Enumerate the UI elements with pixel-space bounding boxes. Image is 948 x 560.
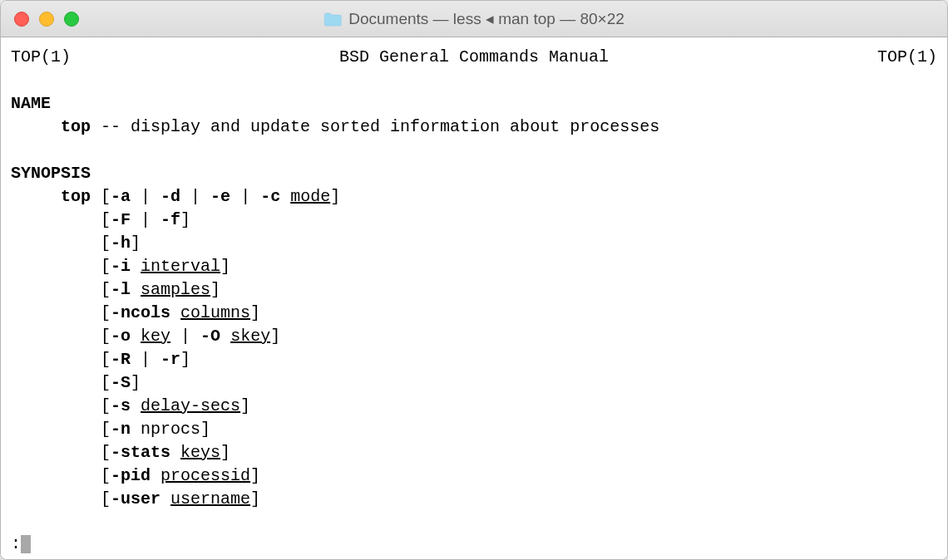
option-flag: -s — [111, 396, 131, 415]
option-flag: -O — [200, 327, 220, 346]
option-flag: -d — [160, 187, 180, 206]
synopsis-line: [-pid processid] — [11, 464, 937, 488]
header-center: BSD General Commands Manual — [339, 46, 609, 69]
synopsis-line: [-n nprocs] — [11, 418, 937, 441]
option-flag: -S — [111, 373, 131, 392]
option-arg: interval — [141, 257, 220, 276]
option-flag: -stats — [111, 443, 170, 462]
synopsis-line: [-stats keys] — [11, 441, 937, 464]
terminal-window: Documents — less ◂ man top — 80×22 TOP(1… — [0, 0, 948, 560]
synopsis-cmd: top — [61, 187, 91, 206]
option-flag: -n — [111, 420, 131, 439]
option-flag: -F — [111, 210, 131, 229]
less-prompt[interactable]: : — [11, 533, 31, 556]
synopsis-line: [-user username] — [11, 488, 937, 511]
synopsis-line: [-R | -r] — [11, 348, 937, 371]
option-flag: -c — [260, 187, 280, 206]
traffic-lights — [14, 12, 79, 27]
maximize-button[interactable] — [64, 12, 79, 27]
cursor — [21, 535, 31, 553]
option-arg: mode — [290, 187, 330, 206]
option-flag: -ncols — [111, 303, 170, 322]
titlebar[interactable]: Documents — less ◂ man top — 80×22 — [1, 1, 947, 37]
synopsis-line: [-s delay-secs] — [11, 395, 937, 418]
synopsis-line: [-S] — [11, 371, 937, 395]
synopsis-line: top [-a | -d | -e | -c mode] — [11, 185, 937, 209]
option-flag: -a — [111, 187, 131, 206]
synopsis-line: [-h] — [11, 232, 937, 255]
option-flag: -f — [160, 210, 180, 229]
name-cmd: top — [61, 117, 91, 136]
option-flag: -r — [160, 350, 180, 369]
synopsis-line: [-F | -f] — [11, 209, 937, 232]
header-left: TOP(1) — [11, 46, 71, 69]
option-arg: processid — [160, 466, 250, 485]
synopsis-line: [-o key | -O skey] — [11, 325, 937, 348]
synopsis-line: [-l samples] — [11, 278, 937, 302]
prompt-char: : — [11, 534, 21, 553]
header-right: TOP(1) — [877, 46, 937, 69]
synopsis-line: [-ncols columns] — [11, 302, 937, 325]
window-title: Documents — less ◂ man top — 80×22 — [348, 9, 625, 28]
folder-icon — [323, 12, 342, 27]
close-button[interactable] — [14, 12, 29, 27]
terminal-viewport[interactable]: TOP(1) BSD General Commands Manual TOP(1… — [1, 37, 947, 559]
option-arg: skey — [230, 327, 270, 346]
option-arg: username — [170, 489, 250, 508]
synopsis-block: top [-a | -d | -e | -c mode] [-F | -f] [… — [11, 185, 937, 511]
manpage-header: TOP(1) BSD General Commands Manual TOP(1… — [11, 46, 937, 69]
synopsis-line: [-i interval] — [11, 255, 937, 278]
option-flag: -i — [111, 257, 131, 276]
name-line: top -- display and update sorted informa… — [11, 115, 937, 139]
option-flag: -R — [111, 350, 131, 369]
option-flag: -pid — [111, 466, 151, 485]
name-desc: display and update sorted information ab… — [131, 117, 659, 136]
window-title-container: Documents — less ◂ man top — 80×22 — [323, 9, 625, 28]
option-flag: -e — [210, 187, 230, 206]
minimize-button[interactable] — [39, 12, 54, 27]
option-arg: samples — [141, 280, 210, 299]
option-flag: -h — [111, 233, 131, 253]
option-arg: key — [141, 327, 170, 346]
section-name-label: NAME — [11, 92, 937, 115]
name-dash: -- — [91, 117, 131, 136]
option-arg: keys — [180, 443, 220, 462]
section-synopsis-label: SYNOPSIS — [11, 162, 937, 185]
option-flag: -user — [111, 489, 160, 508]
option-arg: delay-secs — [141, 396, 240, 415]
option-arg: columns — [180, 303, 250, 322]
option-flag: -l — [111, 280, 131, 299]
option-flag: -o — [111, 327, 131, 346]
